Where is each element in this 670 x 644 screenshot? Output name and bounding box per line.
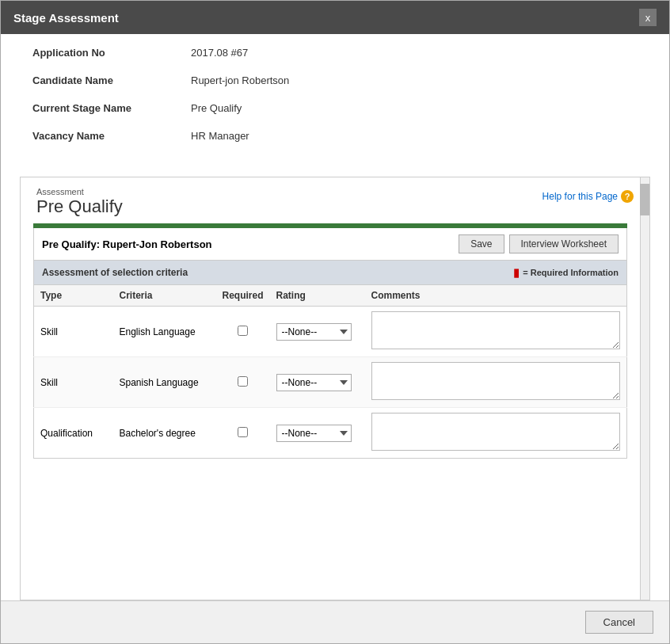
selection-criteria-header: Assessment of selection criteria ▮ = Req… xyxy=(33,261,627,285)
assessment-title: Pre Qualify xyxy=(36,196,123,217)
cell-criteria: Spanish Language xyxy=(113,357,216,408)
col-header-required: Required xyxy=(216,285,270,307)
assessment-label-group: Assessment Pre Qualify xyxy=(36,187,123,217)
help-link-text: Help for this Page xyxy=(542,191,618,202)
candidate-name-row: Candidate Name Rupert-jon Robertson xyxy=(32,74,638,86)
cancel-button[interactable]: Cancel xyxy=(585,611,653,634)
required-info-label: = Required Information xyxy=(523,268,619,277)
help-icon: ? xyxy=(621,190,634,203)
cell-required xyxy=(216,307,270,357)
comments-textarea[interactable] xyxy=(371,413,620,451)
cell-rating: --None--1 - Poor2 - Fair3 - Good4 - Exce… xyxy=(270,357,365,408)
cell-criteria: Bachelor's degree xyxy=(113,408,216,459)
cell-type: Skill xyxy=(34,307,113,357)
dialog-body: Application No 2017.08 #67 Candidate Nam… xyxy=(1,34,669,600)
current-stage-value: Pre Qualify xyxy=(191,102,242,114)
required-info: ▮ = Required Information xyxy=(513,266,619,279)
application-no-value: 2017.08 #67 xyxy=(191,47,248,59)
table-row: QualificationBachelor's degree--None--1 … xyxy=(34,408,627,459)
candidate-name-value: Rupert-jon Robertson xyxy=(191,74,289,86)
col-header-criteria: Criteria xyxy=(113,285,216,307)
req-indicator: ▮ xyxy=(513,266,520,279)
scrollbar-thumb[interactable] xyxy=(640,184,649,215)
current-stage-label: Current Stage Name xyxy=(32,102,191,114)
table-header-row: Type Criteria Required Rating Comments xyxy=(34,285,627,307)
rating-select[interactable]: --None--1 - Poor2 - Fair3 - Good4 - Exce… xyxy=(276,425,352,442)
assessment-panel: Assessment Pre Qualify Help for this Pag… xyxy=(20,177,650,600)
vacancy-name-value: HR Manager xyxy=(191,130,249,142)
selection-criteria-title: Assessment of selection criteria xyxy=(42,267,188,278)
assessment-small-label: Assessment xyxy=(36,187,123,196)
info-section: Application No 2017.08 #67 Candidate Nam… xyxy=(1,34,669,170)
criteria-table: Type Criteria Required Rating Comments S… xyxy=(33,285,627,459)
cell-comments xyxy=(365,357,627,408)
cell-type: Qualification xyxy=(34,408,113,459)
application-no-label: Application No xyxy=(32,47,191,59)
cell-comments xyxy=(365,408,627,459)
comments-textarea[interactable] xyxy=(371,362,620,400)
required-checkbox[interactable] xyxy=(238,376,248,387)
cell-required xyxy=(216,408,270,459)
current-stage-row: Current Stage Name Pre Qualify xyxy=(32,102,638,114)
application-no-row: Application No 2017.08 #67 xyxy=(32,47,638,59)
candidate-name-label: Candidate Name xyxy=(32,74,191,86)
inner-panel: Pre Qualify: Rupert-Jon Robertson Save I… xyxy=(33,223,637,600)
form-actions: Save Interview Worksheet xyxy=(459,234,619,253)
table-row: SkillEnglish Language--None--1 - Poor2 -… xyxy=(34,307,627,357)
col-header-rating: Rating xyxy=(270,285,365,307)
rating-select[interactable]: --None--1 - Poor2 - Fair3 - Good4 - Exce… xyxy=(276,374,352,391)
dialog-titlebar: Stage Assessment x xyxy=(1,1,669,34)
save-button[interactable]: Save xyxy=(459,234,504,253)
close-button[interactable]: x xyxy=(639,9,657,26)
comments-textarea[interactable] xyxy=(371,311,620,349)
col-header-comments: Comments xyxy=(365,285,627,307)
table-row: SkillSpanish Language--None--1 - Poor2 -… xyxy=(34,357,627,408)
rating-select[interactable]: --None--1 - Poor2 - Fair3 - Good4 - Exce… xyxy=(276,323,352,341)
cell-comments xyxy=(365,307,627,357)
cell-criteria: English Language xyxy=(113,307,216,357)
help-link[interactable]: Help for this Page ? xyxy=(542,190,634,203)
stage-assessment-dialog: Stage Assessment x Application No 2017.0… xyxy=(0,0,670,644)
required-checkbox[interactable] xyxy=(238,427,248,437)
candidate-actions-row: Pre Qualify: Rupert-Jon Robertson Save I… xyxy=(33,228,627,261)
col-header-type: Type xyxy=(34,285,113,307)
dialog-footer: Cancel xyxy=(1,600,669,643)
vacancy-name-row: Vacancy Name HR Manager xyxy=(32,130,638,142)
interview-worksheet-button[interactable]: Interview Worksheet xyxy=(509,234,619,253)
vacancy-name-label: Vacancy Name xyxy=(32,130,191,142)
cell-required xyxy=(216,357,270,408)
cell-rating: --None--1 - Poor2 - Fair3 - Good4 - Exce… xyxy=(270,307,365,357)
required-checkbox[interactable] xyxy=(238,326,248,336)
dialog-title: Stage Assessment xyxy=(13,11,119,25)
cell-type: Skill xyxy=(34,357,113,408)
scrollbar-track[interactable] xyxy=(640,177,649,600)
candidate-section-label: Pre Qualify: Rupert-Jon Robertson xyxy=(42,238,212,250)
assessment-header: Assessment Pre Qualify Help for this Pag… xyxy=(33,177,637,223)
cell-rating: --None--1 - Poor2 - Fair3 - Good4 - Exce… xyxy=(270,408,365,459)
